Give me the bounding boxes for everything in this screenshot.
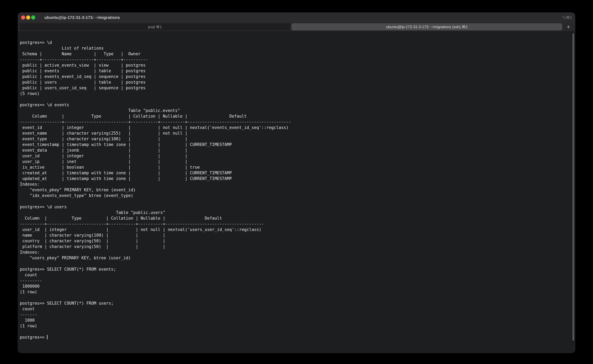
terminal-buffer: postgres=> \d List of relations Schema |…: [18, 32, 575, 340]
tab-psql-label: psql ⌘1: [148, 25, 162, 29]
terminal-text: postgres=> \d List of relations Schema |…: [20, 40, 291, 340]
desktop-background: ubuntu@ip-172-31-3-173: ~/migrations ⌥⌘1…: [0, 0, 593, 364]
window-titlebar[interactable]: ubuntu@ip-172-31-3-173: ~/migrations ⌥⌘1: [18, 13, 575, 22]
terminal-content[interactable]: postgres=> \d List of relations Schema |…: [18, 32, 575, 353]
close-button[interactable]: [21, 15, 25, 20]
window-title: ubuntu@ip-172-31-3-173: ~/migrations: [44, 15, 120, 20]
terminal-window: ubuntu@ip-172-31-3-173: ~/migrations ⌥⌘1…: [18, 13, 575, 353]
tab-ssh-migrations[interactable]: ubuntu@ip-172-31-3-173: ~/migrations (ss…: [292, 23, 562, 30]
tab-bar: psql ⌘1 ubuntu@ip-172-31-3-173: ~/migrat…: [18, 22, 575, 32]
text-cursor: [47, 335, 48, 339]
minimize-button[interactable]: [26, 15, 30, 20]
new-tab-button[interactable]: +: [563, 23, 573, 30]
scrollbar-thumb[interactable]: [573, 33, 574, 341]
keyboard-shortcut-hint: ⌥⌘1: [562, 15, 572, 20]
tab-psql[interactable]: psql ⌘1: [20, 23, 290, 30]
zoom-button[interactable]: [31, 15, 35, 20]
tab-ssh-migrations-label: ubuntu@ip-172-31-3-173: ~/migrations (ss…: [386, 25, 468, 29]
traffic-lights: [21, 15, 35, 20]
